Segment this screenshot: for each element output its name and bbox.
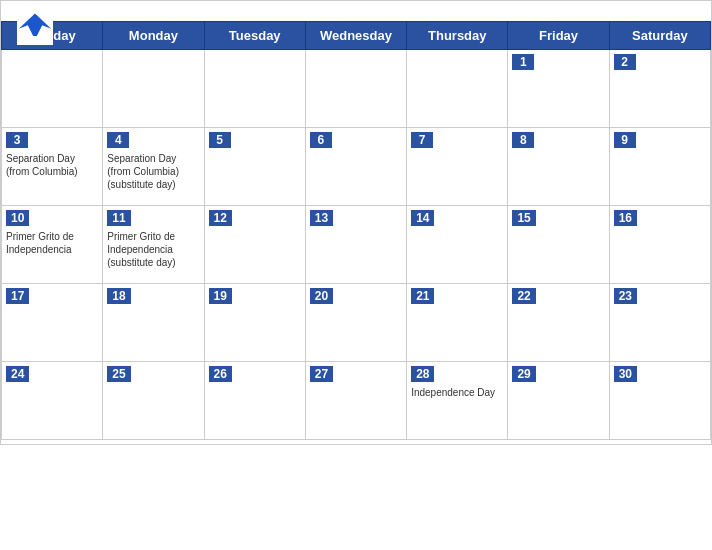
day-number: 10 [6, 210, 29, 226]
day-number: 17 [6, 288, 29, 304]
calendar-header [1, 1, 711, 21]
day-number: 16 [614, 210, 637, 226]
calendar-day-cell: 13 [305, 206, 406, 284]
day-number: 24 [6, 366, 29, 382]
calendar-day-cell: 22 [508, 284, 609, 362]
day-number: 23 [614, 288, 637, 304]
day-number: 29 [512, 366, 535, 382]
day-number: 21 [411, 288, 434, 304]
day-number: 4 [107, 132, 129, 148]
calendar-day-cell [2, 50, 103, 128]
calendar-day-cell: 28Independence Day [407, 362, 508, 440]
calendar-day-cell: 11Primer Grito de Independencia (substit… [103, 206, 204, 284]
calendar-week-row: 2425262728Independence Day2930 [2, 362, 711, 440]
holiday-label: Independence Day [411, 386, 503, 399]
day-number: 22 [512, 288, 535, 304]
calendar-day-cell: 29 [508, 362, 609, 440]
holiday-label: Separation Day (from Columbia) (substitu… [107, 152, 199, 191]
weekday-header-row: SundayMondayTuesdayWednesdayThursdayFrid… [2, 22, 711, 50]
calendar-day-cell [204, 50, 305, 128]
day-number: 1 [512, 54, 534, 70]
logo [17, 9, 57, 45]
weekday-header-thursday: Thursday [407, 22, 508, 50]
calendar-day-cell: 9 [609, 128, 710, 206]
day-number: 18 [107, 288, 130, 304]
calendar-day-cell: 2 [609, 50, 710, 128]
calendar-container: SundayMondayTuesdayWednesdayThursdayFrid… [0, 0, 712, 445]
day-number: 13 [310, 210, 333, 226]
day-number: 20 [310, 288, 333, 304]
calendar-week-row: 3Separation Day (from Columbia)4Separati… [2, 128, 711, 206]
weekday-header-wednesday: Wednesday [305, 22, 406, 50]
calendar-week-row: 10Primer Grito de Independencia11Primer … [2, 206, 711, 284]
calendar-day-cell: 20 [305, 284, 406, 362]
day-number: 26 [209, 366, 232, 382]
day-number: 5 [209, 132, 231, 148]
day-number: 7 [411, 132, 433, 148]
calendar-day-cell: 4Separation Day (from Columbia) (substit… [103, 128, 204, 206]
calendar-day-cell: 8 [508, 128, 609, 206]
day-number: 2 [614, 54, 636, 70]
day-number: 30 [614, 366, 637, 382]
day-number: 19 [209, 288, 232, 304]
day-number: 3 [6, 132, 28, 148]
calendar-day-cell: 23 [609, 284, 710, 362]
day-number: 12 [209, 210, 232, 226]
day-number: 25 [107, 366, 130, 382]
calendar-day-cell: 5 [204, 128, 305, 206]
holiday-label: Separation Day (from Columbia) [6, 152, 98, 178]
generalblue-logo-icon [17, 9, 53, 45]
calendar-body: 123Separation Day (from Columbia)4Separa… [2, 50, 711, 440]
calendar-day-cell: 7 [407, 128, 508, 206]
day-number: 11 [107, 210, 130, 226]
calendar-day-cell [103, 50, 204, 128]
weekday-header-friday: Friday [508, 22, 609, 50]
calendar-day-cell: 30 [609, 362, 710, 440]
calendar-thead: SundayMondayTuesdayWednesdayThursdayFrid… [2, 22, 711, 50]
day-number: 14 [411, 210, 434, 226]
weekday-header-monday: Monday [103, 22, 204, 50]
calendar-day-cell: 26 [204, 362, 305, 440]
calendar-day-cell: 19 [204, 284, 305, 362]
calendar-day-cell: 14 [407, 206, 508, 284]
calendar-day-cell: 12 [204, 206, 305, 284]
calendar-week-row: 17181920212223 [2, 284, 711, 362]
day-number: 28 [411, 366, 434, 382]
calendar-day-cell: 24 [2, 362, 103, 440]
calendar-day-cell: 15 [508, 206, 609, 284]
calendar-day-cell: 1 [508, 50, 609, 128]
day-number: 8 [512, 132, 534, 148]
calendar-day-cell: 6 [305, 128, 406, 206]
day-number: 6 [310, 132, 332, 148]
holiday-label: Primer Grito de Independencia (substitut… [107, 230, 199, 269]
calendar-day-cell: 27 [305, 362, 406, 440]
calendar-table: SundayMondayTuesdayWednesdayThursdayFrid… [1, 21, 711, 440]
calendar-day-cell: 25 [103, 362, 204, 440]
calendar-day-cell [305, 50, 406, 128]
day-number: 27 [310, 366, 333, 382]
calendar-day-cell [407, 50, 508, 128]
calendar-day-cell: 18 [103, 284, 204, 362]
calendar-day-cell: 10Primer Grito de Independencia [2, 206, 103, 284]
weekday-header-tuesday: Tuesday [204, 22, 305, 50]
holiday-label: Primer Grito de Independencia [6, 230, 98, 256]
calendar-day-cell: 17 [2, 284, 103, 362]
calendar-week-row: 12 [2, 50, 711, 128]
calendar-day-cell: 3Separation Day (from Columbia) [2, 128, 103, 206]
day-number: 15 [512, 210, 535, 226]
calendar-day-cell: 21 [407, 284, 508, 362]
weekday-header-saturday: Saturday [609, 22, 710, 50]
day-number: 9 [614, 132, 636, 148]
calendar-day-cell: 16 [609, 206, 710, 284]
